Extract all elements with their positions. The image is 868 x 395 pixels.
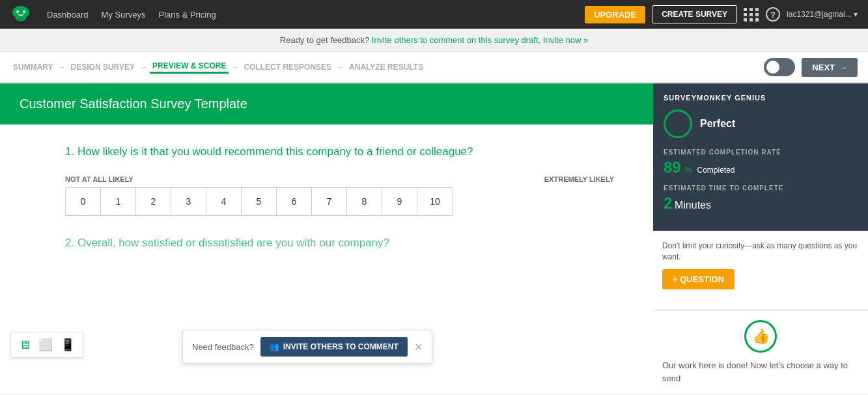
arrow-4: → [337,63,344,71]
scale-8[interactable]: 8 [347,188,382,215]
step-analyze[interactable]: ANALYZE RESULTS [346,63,426,72]
add-question-button[interactable]: + QUESTION [662,269,735,289]
breadcrumb-bar: SUMMARY → DESIGN SURVEY → PREVIEW & SCOR… [0,52,868,83]
apps-grid-icon[interactable] [744,8,759,22]
scale-5[interactable]: 5 [242,188,277,215]
scale-9[interactable]: 9 [382,188,417,215]
svg-point-2 [23,10,25,13]
completion-status: Completed [697,166,735,175]
completion-value: 89 [664,158,681,176]
done-text: Our work here is done! Now let's choose … [662,359,859,385]
scale-right-label: EXTREMELY LIKELY [544,175,614,183]
next-label: NEXT [812,63,835,72]
tablet-icon[interactable]: ⬜ [38,338,53,352]
scale-left-label: NOT AT ALL LIKELY [65,175,133,183]
nav-right: UPGRADE CREATE SURVEY ? lac1321@jagmai..… [585,5,858,23]
survey-header: Customer Satisfaction Survey Template [0,83,653,124]
main-layout: Customer Satisfaction Survey Template 1.… [0,83,868,394]
right-panel: SURVEYMONKEY GENIUS Perfect ESTIMATED CO… [653,83,868,394]
scale-row: 0 1 2 3 4 5 6 7 8 9 10 [65,187,453,216]
score-label: Perfect [700,118,735,130]
survey-title: Customer Satisfaction Survey Template [20,96,247,111]
upgrade-button[interactable]: UPGRADE [585,6,645,23]
arrow-1: → [59,63,66,71]
scale-3[interactable]: 3 [171,188,206,215]
scale-10[interactable]: 10 [417,188,453,215]
need-feedback-label: Need feedback? [192,342,254,352]
nav-links: Dashboard My Surveys Plans & Pricing [47,10,585,20]
nav-dashboard[interactable]: Dashboard [47,10,89,20]
step-summary[interactable]: SUMMARY [10,63,56,72]
completion-rate-label: ESTIMATED COMPLETION RATE [664,149,858,156]
q1-body: How likely is it that you would recommen… [77,145,473,158]
toast-close-button[interactable]: ✕ [414,341,423,353]
question-1-text: 1. How likely is it that you would recom… [65,144,614,160]
logo[interactable] [10,3,31,26]
done-panel: 👍 Our work here is done! Now let's choos… [653,309,868,394]
completion-unit: % [684,165,692,175]
mobile-icon[interactable]: 📱 [61,338,75,352]
banner-text: Ready to get feedback? [280,35,369,45]
question-2-text: 2. Overall, how satisfied or dissatisfie… [65,235,614,251]
nav-plans-pricing[interactable]: Plans & Pricing [159,10,216,20]
nav-my-surveys[interactable]: My Surveys [102,10,146,20]
scale-4[interactable]: 4 [206,188,242,215]
invite-banner: Ready to get feedback? Invite others to … [0,29,868,52]
invite-icon: 👥 [270,342,279,351]
create-survey-button[interactable]: CREATE SURVEY [652,5,737,23]
q2-body: Overall, how satisfied or dissatisfied a… [77,237,389,249]
genius-title: SURVEYMONKEY GENIUS [664,94,858,102]
invite-label: INVITE OTHERS TO COMMENT [283,342,399,351]
steps: SUMMARY → DESIGN SURVEY → PREVIEW & SCOR… [10,61,764,74]
breadcrumb-right: NEXT → [764,58,858,77]
thumbs-up-icon: 👍 [744,320,777,353]
time-section: ESTIMATED TIME TO COMPLETE 2 Minutes [664,184,858,212]
comment-toggle[interactable] [764,58,795,76]
tip-text: Don't limit your curiosity—ask as many q… [662,241,859,263]
step-collect[interactable]: COLLECT RESPONSES [241,63,334,72]
scale-labels: NOT AT ALL LIKELY EXTREMELY LIKELY [65,175,614,183]
time-label: ESTIMATED TIME TO COMPLETE [664,184,858,192]
scale-6[interactable]: 6 [277,188,312,215]
genius-panel: SURVEYMONKEY GENIUS Perfect ESTIMATED CO… [653,83,868,231]
tip-panel: Don't limit your curiosity—ask as many q… [653,231,868,309]
next-button[interactable]: NEXT → [802,58,858,77]
relative-container: Customer Satisfaction Survey Template 1.… [0,83,653,394]
q1-number: 1. [65,145,74,158]
desktop-icon[interactable]: 🖥 [19,338,31,352]
svg-point-0 [12,6,29,19]
scale-1[interactable]: 1 [101,188,136,215]
help-icon[interactable]: ? [766,7,780,22]
banner-invite-link[interactable]: Invite others to comment on this survey … [372,35,540,45]
time-unit: Minutes [675,199,711,211]
arrow-2: → [140,63,147,71]
survey-content: Customer Satisfaction Survey Template 1.… [0,83,653,394]
step-design[interactable]: DESIGN SURVEY [68,63,137,72]
svg-point-1 [16,10,19,13]
top-nav: Dashboard My Surveys Plans & Pricing UPG… [0,0,868,29]
user-menu[interactable]: lac1321@jagmai... ▾ [787,10,858,19]
score-circle-icon [664,110,692,138]
device-bar: 🖥 ⬜ 📱 [10,332,83,358]
scale-7[interactable]: 7 [312,188,347,215]
time-value: 2 [664,194,672,212]
next-arrow-icon: → [839,63,847,72]
invite-others-button[interactable]: 👥 INVITE OTHERS TO COMMENT [260,337,408,357]
scale-0[interactable]: 0 [66,188,101,215]
arrow-3: → [231,63,238,71]
q2-number: 2. [65,237,74,249]
completion-rate-section: ESTIMATED COMPLETION RATE 89 % Completed [664,149,858,177]
feedback-toast: Need feedback? 👥 INVITE OTHERS TO COMMEN… [182,330,432,364]
genius-score: Perfect [664,110,858,138]
scale-2[interactable]: 2 [136,188,171,215]
banner-invite-now[interactable]: Invite now » [543,35,588,45]
step-preview[interactable]: PREVIEW & SCORE [150,61,229,74]
